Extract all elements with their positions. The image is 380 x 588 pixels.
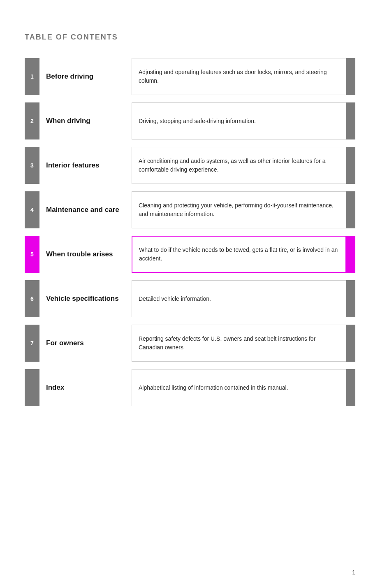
entry-description-text: Alphabetical listing of information cont… xyxy=(139,383,288,392)
entry-left: 7 For owners xyxy=(25,325,132,362)
entry-left: 6 Vehicle specifications xyxy=(25,280,132,317)
entry-description-wrapper: Air conditioning and audio systems, as w… xyxy=(132,147,355,184)
toc-title: TABLE OF CONTENTS xyxy=(25,33,355,42)
entry-description-text: Driving, stopping and safe-driving infor… xyxy=(139,117,256,126)
entry-description-text: Adjusting and operating features such as… xyxy=(139,68,339,85)
entry-left: 5 When trouble arises xyxy=(25,236,132,273)
toc-entry[interactable]: 5 When trouble arises What to do if the … xyxy=(25,236,355,273)
entry-label: Index xyxy=(39,369,71,406)
entry-description-box: Adjusting and operating features such as… xyxy=(132,58,346,95)
entry-label: Before driving xyxy=(39,58,100,95)
entry-description-wrapper: Adjusting and operating features such as… xyxy=(132,58,355,95)
entry-number-box: 5 xyxy=(25,236,39,273)
entry-number-box xyxy=(25,369,39,406)
entry-left: 1 Before driving xyxy=(25,58,132,95)
entry-description-text: Cleaning and protecting your vehicle, pe… xyxy=(139,201,339,218)
entry-right-bar xyxy=(346,369,355,406)
entry-number: 7 xyxy=(30,340,34,346)
entry-right-bar xyxy=(346,191,355,228)
entry-number: 3 xyxy=(30,162,34,169)
entry-description-wrapper: Driving, stopping and safe-driving infor… xyxy=(132,102,355,139)
entry-label: Vehicle specifications xyxy=(39,280,125,317)
entry-number-box: 6 xyxy=(25,280,39,317)
toc-entry[interactable]: 4 Maintenance and care Cleaning and prot… xyxy=(25,191,355,228)
page-container: TABLE OF CONTENTS 1 Before driving Adjus… xyxy=(0,0,380,431)
entry-description-box: What to do if the vehicle needs to be to… xyxy=(132,236,346,273)
entry-label: Interior features xyxy=(39,147,106,184)
entry-number-box: 7 xyxy=(25,325,39,362)
toc-entry[interactable]: 6 Vehicle specifications Detailed vehicl… xyxy=(25,280,355,317)
entry-right-bar xyxy=(346,147,355,184)
entry-right-bar xyxy=(346,280,355,317)
entry-description-box: Cleaning and protecting your vehicle, pe… xyxy=(132,191,346,228)
entry-description-text: Reporting safety defects for U.S. owners… xyxy=(139,335,339,352)
entry-description-wrapper: Detailed vehicle information. xyxy=(132,280,355,317)
entry-description-box: Air conditioning and audio systems, as w… xyxy=(132,147,346,184)
toc-entry[interactable]: 7 For owners Reporting safety defects fo… xyxy=(25,325,355,362)
toc-entry[interactable]: Index Alphabetical listing of informatio… xyxy=(25,369,355,406)
entry-right-bar xyxy=(346,236,355,273)
entry-description-wrapper: Alphabetical listing of information cont… xyxy=(132,369,355,406)
page-number: 1 xyxy=(352,569,355,576)
entry-number-box: 3 xyxy=(25,147,39,184)
entry-description-box: Detailed vehicle information. xyxy=(132,280,346,317)
entry-number: 4 xyxy=(30,207,34,213)
entry-description-text: What to do if the vehicle needs to be to… xyxy=(139,246,339,263)
entry-label: Maintenance and care xyxy=(39,191,126,228)
entry-left: 3 Interior features xyxy=(25,147,132,184)
entry-description-wrapper: What to do if the vehicle needs to be to… xyxy=(132,236,355,273)
toc-entries: 1 Before driving Adjusting and operating… xyxy=(25,58,355,406)
entry-number: 1 xyxy=(30,73,34,80)
entry-left: 2 When driving xyxy=(25,102,132,139)
toc-entry[interactable]: 3 Interior features Air conditioning and… xyxy=(25,147,355,184)
entry-left: Index xyxy=(25,369,132,406)
entry-description-text: Air conditioning and audio systems, as w… xyxy=(139,157,339,174)
entry-number: 5 xyxy=(30,251,34,258)
entry-right-bar xyxy=(346,102,355,139)
entry-right-bar xyxy=(346,58,355,95)
entry-number: 6 xyxy=(30,295,34,302)
toc-entry[interactable]: 1 Before driving Adjusting and operating… xyxy=(25,58,355,95)
entry-description-wrapper: Cleaning and protecting your vehicle, pe… xyxy=(132,191,355,228)
entry-label: When trouble arises xyxy=(39,236,119,273)
entry-number-box: 2 xyxy=(25,102,39,139)
entry-number-box: 1 xyxy=(25,58,39,95)
entry-description-text: Detailed vehicle information. xyxy=(139,295,211,303)
entry-description-box: Alphabetical listing of information cont… xyxy=(132,369,346,406)
entry-label: For owners xyxy=(39,325,90,362)
entry-label: When driving xyxy=(39,102,97,139)
entry-description-wrapper: Reporting safety defects for U.S. owners… xyxy=(132,325,355,362)
entry-number-box: 4 xyxy=(25,191,39,228)
toc-entry[interactable]: 2 When driving Driving, stopping and saf… xyxy=(25,102,355,139)
entry-description-box: Reporting safety defects for U.S. owners… xyxy=(132,325,346,362)
entry-right-bar xyxy=(346,325,355,362)
entry-left: 4 Maintenance and care xyxy=(25,191,132,228)
entry-number: 2 xyxy=(30,118,34,124)
entry-description-box: Driving, stopping and safe-driving infor… xyxy=(132,102,346,139)
